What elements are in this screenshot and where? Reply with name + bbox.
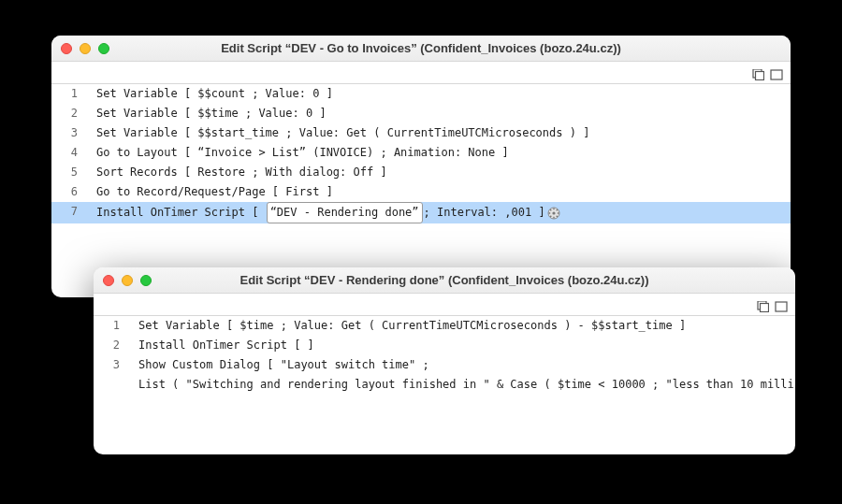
line-number: 3 [94, 355, 129, 375]
line-number: 2 [94, 336, 129, 355]
script-step-text: List ( "Switching and rendering layout f… [129, 375, 795, 395]
script-step-text: Install OnTimer Script [ ] [129, 336, 314, 355]
gear-icon[interactable] [547, 207, 560, 220]
script-step-row[interactable]: 3 Show Custom Dialog [ "Layout switch ti… [94, 355, 795, 375]
script-step-text: Set Variable [ $$time ; Value: 0 ] [87, 104, 327, 123]
svg-rect-14 [761, 303, 769, 311]
svg-line-10 [556, 215, 557, 216]
script-step-text: Set Variable [ $$count ; Value: 0 ] [87, 84, 333, 104]
script-step-row[interactable]: 5 Sort Records [ Restore ; With dialog: … [51, 163, 791, 182]
close-icon[interactable] [103, 275, 114, 286]
script-steps-list[interactable]: 1 Set Variable [ $$count ; Value: 0 ] 2 … [51, 84, 791, 223]
script-step-text: Set Variable [ $time ; Value: Get ( Curr… [129, 316, 686, 336]
toolbar [94, 294, 795, 316]
script-step-row[interactable]: 1 Set Variable [ $$count ; Value: 0 ] [51, 84, 791, 104]
script-step-row[interactable]: 4 Go to Layout [ “Invoice > List” (INVOI… [51, 143, 791, 163]
script-steps-list[interactable]: 1 Set Variable [ $time ; Value: Get ( Cu… [94, 316, 795, 395]
line-number: 4 [51, 143, 87, 163]
script-step-text: Install OnTimer Script [ “DEV - Renderin… [87, 202, 560, 223]
new-window-icon[interactable] [770, 67, 783, 79]
svg-point-4 [552, 211, 555, 214]
line-number: 1 [94, 316, 129, 336]
minimize-icon[interactable] [122, 275, 133, 286]
titlebar[interactable]: Edit Script “DEV - Go to Invoices” (Conf… [51, 36, 791, 62]
script-step-text: Sort Records [ Restore ; With dialog: Of… [87, 163, 387, 182]
window-title: Edit Script “DEV - Rendering done” (Conf… [94, 273, 795, 287]
close-icon[interactable] [61, 43, 72, 54]
line-number: 2 [51, 104, 87, 123]
script-editor-window-b: Edit Script “DEV - Rendering done” (Conf… [94, 267, 795, 454]
svg-rect-1 [756, 71, 764, 79]
svg-line-9 [550, 209, 551, 210]
window-title: Edit Script “DEV - Go to Invoices” (Conf… [51, 41, 791, 55]
script-step-text: Go to Record/Request/Page [ First ] [87, 182, 333, 202]
minimize-icon[interactable] [80, 43, 91, 54]
script-reference-box[interactable]: “DEV - Rendering done” [267, 202, 423, 223]
script-step-row-selected[interactable]: 7 Install OnTimer Script [ “DEV - Render… [51, 202, 791, 223]
script-step-row[interactable]: 2 Set Variable [ $$time ; Value: 0 ] [51, 104, 791, 123]
toolbar [51, 62, 791, 84]
script-step-text: Show Custom Dialog [ "Layout switch time… [129, 355, 429, 375]
step-prefix: Install OnTimer Script [ [96, 203, 266, 223]
script-step-row[interactable]: 3 Set Variable [ $$start_time ; Value: G… [51, 123, 791, 143]
svg-line-12 [556, 209, 557, 210]
script-step-row[interactable]: 1 Set Variable [ $time ; Value: Get ( Cu… [94, 316, 795, 336]
line-number: 3 [51, 123, 87, 143]
line-number: 6 [51, 182, 87, 202]
svg-rect-2 [771, 70, 782, 79]
script-step-text: Set Variable [ $$start_time ; Value: Get… [87, 123, 589, 143]
maximize-icon[interactable] [98, 43, 109, 54]
script-editor-window-a: Edit Script “DEV - Go to Invoices” (Conf… [51, 36, 791, 297]
svg-rect-15 [776, 302, 787, 311]
script-step-row[interactable]: List ( "Switching and rendering layout f… [94, 375, 795, 395]
svg-line-11 [550, 215, 551, 216]
script-step-row[interactable]: 6 Go to Record/Request/Page [ First ] [51, 182, 791, 202]
copy-icon[interactable] [756, 299, 769, 310]
maximize-icon[interactable] [140, 275, 152, 286]
script-step-row[interactable]: 2 Install OnTimer Script [ ] [94, 336, 795, 355]
new-window-icon[interactable] [775, 299, 788, 310]
step-suffix: ; Interval: ,001 ] [424, 203, 545, 223]
line-number: 7 [51, 202, 87, 223]
line-number: 5 [51, 163, 87, 182]
line-number: 1 [51, 84, 87, 104]
traffic-lights [61, 43, 109, 54]
titlebar[interactable]: Edit Script “DEV - Rendering done” (Conf… [94, 267, 795, 294]
line-number [94, 375, 129, 395]
traffic-lights [103, 275, 152, 286]
script-step-text: Go to Layout [ “Invoice > List” (INVOICE… [87, 143, 509, 163]
copy-icon[interactable] [751, 67, 764, 79]
